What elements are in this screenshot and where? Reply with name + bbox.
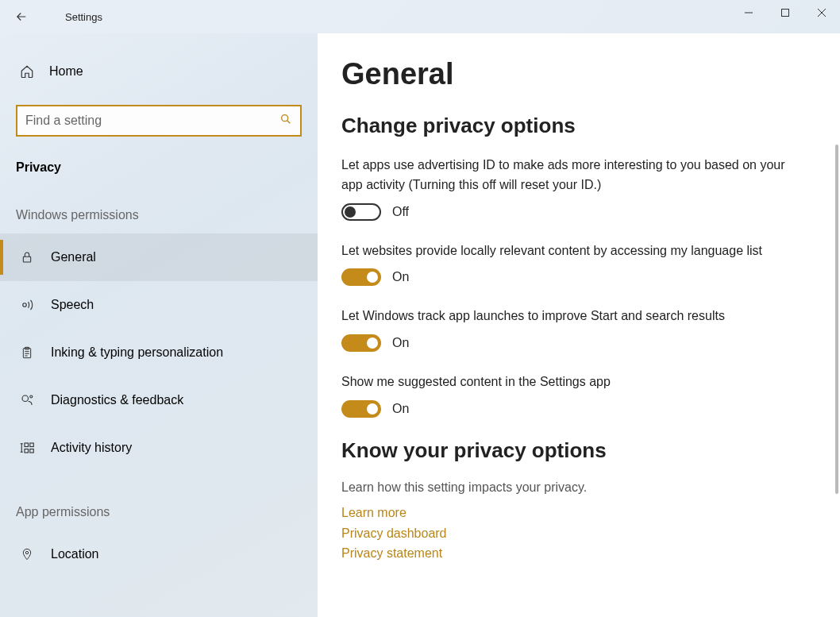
search-icon	[279, 113, 292, 129]
close-icon	[817, 8, 827, 17]
sidebar-item-general[interactable]: General	[0, 233, 318, 281]
sidebar-group-app-permissions: App permissions	[16, 505, 318, 519]
app-title: Settings	[65, 11, 102, 23]
section-heading: Know your privacy options	[341, 438, 816, 463]
sidebar-item-label: General	[51, 250, 96, 264]
sidebar-item-inking[interactable]: Inking & typing personalization	[0, 329, 318, 376]
minimize-icon	[744, 8, 753, 17]
lock-icon	[19, 250, 35, 264]
option-desc: Let websites provide locally relevant co…	[341, 241, 786, 261]
toggle-suggested-content[interactable]	[341, 400, 381, 418]
sidebar-item-speech[interactable]: Speech	[0, 281, 318, 329]
svg-rect-6	[23, 256, 30, 262]
search-input[interactable]	[25, 114, 279, 128]
option-desc: Show me suggested content in the Setting…	[341, 372, 786, 392]
speech-icon	[19, 298, 35, 312]
info-text: Learn how this setting impacts your priv…	[341, 480, 816, 495]
link-learn-more[interactable]: Learn more	[341, 503, 816, 523]
link-privacy-statement[interactable]: Privacy statement	[341, 543, 816, 564]
option-desc: Let Windows track app launches to improv…	[341, 307, 786, 326]
history-icon	[19, 441, 35, 455]
svg-rect-21	[30, 449, 34, 453]
link-privacy-dashboard[interactable]: Privacy dashboard	[341, 523, 816, 544]
sidebar-item-diagnostics[interactable]: Diagnostics & feedback	[0, 376, 318, 424]
titlebar: Settings	[0, 0, 840, 33]
svg-rect-19	[25, 449, 29, 453]
sidebar: Home Privacy Windows permissions General…	[0, 33, 318, 617]
svg-point-13	[22, 395, 29, 402]
svg-point-22	[25, 551, 28, 553]
svg-point-4	[282, 115, 288, 121]
maximize-icon	[780, 8, 790, 17]
sidebar-group-windows-permissions: Windows permissions	[16, 208, 318, 222]
scrollbar-thumb[interactable]	[835, 145, 838, 494]
sidebar-item-label: Activity history	[51, 441, 132, 455]
close-button[interactable]	[803, 0, 840, 25]
toggle-track-launches[interactable]	[341, 334, 381, 352]
search-box[interactable]	[16, 105, 302, 137]
svg-point-7	[23, 303, 27, 307]
home-button[interactable]: Home	[0, 48, 318, 95]
toggle-state-label: Off	[392, 205, 409, 219]
back-button[interactable]	[0, 0, 43, 33]
sidebar-item-label: Diagnostics & feedback	[51, 393, 183, 407]
sidebar-item-location[interactable]: Location	[0, 530, 318, 578]
svg-rect-20	[30, 443, 34, 447]
minimize-button[interactable]	[730, 0, 767, 25]
svg-rect-1	[782, 10, 789, 17]
svg-point-14	[30, 395, 33, 398]
location-icon	[19, 547, 35, 561]
toggle-state-label: On	[392, 336, 409, 350]
toggle-state-label: On	[392, 402, 409, 416]
sidebar-item-activity-history[interactable]: Activity history	[0, 424, 318, 472]
sidebar-item-label: Location	[51, 547, 99, 561]
sidebar-section: Privacy	[16, 160, 318, 175]
maximize-button[interactable]	[767, 0, 803, 25]
main-panel: General Change privacy options Let apps …	[318, 33, 840, 617]
clipboard-icon	[19, 345, 35, 360]
svg-rect-18	[25, 443, 29, 447]
home-icon	[19, 64, 35, 79]
feedback-icon	[19, 393, 35, 407]
toggle-state-label: On	[392, 270, 409, 284]
home-label: Home	[49, 64, 83, 79]
sidebar-item-label: Speech	[51, 298, 94, 312]
page-title: General	[341, 57, 816, 91]
toggle-language-list[interactable]	[341, 268, 381, 286]
arrow-left-icon	[14, 10, 29, 24]
scrollbar[interactable]	[829, 145, 840, 494]
svg-line-5	[287, 121, 291, 124]
toggle-advertising-id[interactable]	[341, 203, 381, 221]
sidebar-item-label: Inking & typing personalization	[51, 345, 223, 360]
option-desc: Let apps use advertising ID to make ads …	[341, 156, 786, 195]
section-heading: Change privacy options	[341, 114, 816, 138]
